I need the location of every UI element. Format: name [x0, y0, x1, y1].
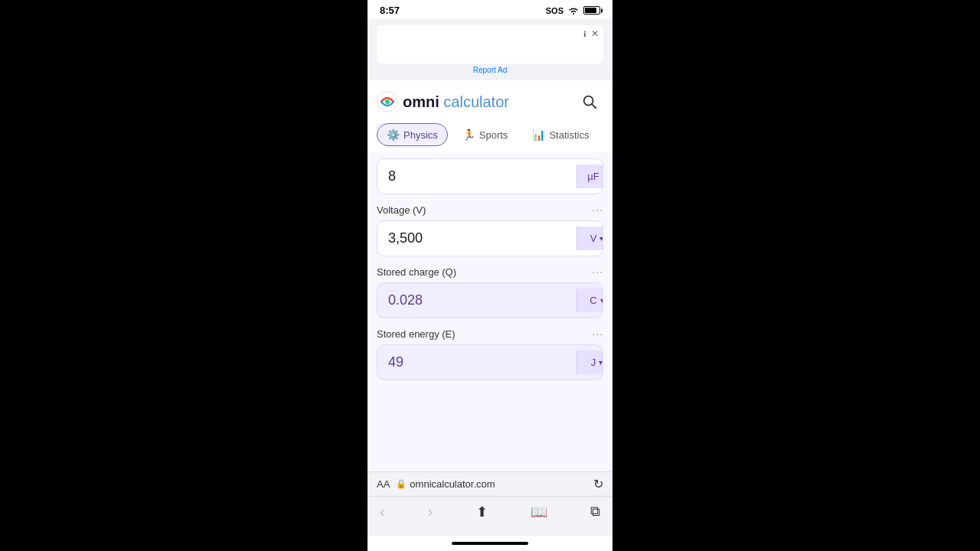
browser-nav: ‹ › ⬆ 📖 ⧉	[368, 496, 612, 536]
logo-text: omni calculator	[403, 93, 509, 111]
field-voltage: Voltage (V) ··· V ▾	[377, 204, 603, 256]
calc-content: µF ▾ Voltage (V) ··· V ▾	[368, 152, 612, 471]
voltage-input-row: V ▾	[377, 220, 603, 256]
tab-sports-label: Sports	[479, 129, 508, 141]
refresh-button[interactable]: ↻	[593, 477, 603, 491]
capacitance-value[interactable]	[377, 159, 577, 194]
calculator-area: omni calculator ⚙️ Physics 🏃 Sports	[368, 80, 612, 471]
voltage-unit-selector[interactable]: V ▾	[577, 227, 603, 250]
charge-label: Stored charge (Q)	[377, 266, 456, 278]
capacitance-unit-selector[interactable]: µF ▾	[577, 165, 603, 188]
calculator-text: calculator	[443, 93, 509, 110]
voltage-label-row: Voltage (V) ···	[377, 204, 603, 216]
report-ad-link[interactable]: Report Ad	[377, 66, 603, 74]
status-indicators: SOS	[546, 6, 600, 15]
energy-label-row: Stored energy (E) ···	[377, 328, 603, 340]
browser-bar: AA 🔒 omnicalculator.com ↻	[368, 471, 612, 496]
energy-input-row: J ▾	[377, 344, 603, 380]
ad-controls: ℹ ✕	[583, 28, 599, 39]
tab-physics[interactable]: ⚙️ Physics	[377, 123, 448, 146]
voltage-label: Voltage (V)	[377, 204, 426, 216]
tab-sports[interactable]: 🏃 Sports	[452, 123, 518, 146]
ad-banner: ℹ ✕	[377, 25, 603, 64]
voltage-more-button[interactable]: ···	[592, 204, 603, 216]
ad-close-icon[interactable]: ✕	[591, 28, 599, 39]
tab-physics-label: Physics	[403, 129, 438, 141]
status-bar: 8:57 SOS	[368, 0, 612, 19]
tabs-button[interactable]: ⧉	[590, 504, 600, 520]
energy-unit-label: J	[591, 357, 596, 368]
ad-area: ℹ ✕ Report Ad	[368, 19, 612, 80]
ad-info-icon[interactable]: ℹ	[583, 30, 586, 38]
charge-chevron-icon: ▾	[600, 296, 603, 305]
charge-unit-selector[interactable]: C ▾	[577, 289, 603, 312]
calc-header: omni calculator	[368, 80, 612, 116]
field-capacitance: µF ▾	[377, 158, 603, 194]
wifi-icon	[567, 6, 580, 15]
energy-unit-selector[interactable]: J ▾	[577, 350, 603, 374]
forward-button[interactable]: ›	[428, 503, 433, 520]
charge-value[interactable]	[377, 283, 577, 318]
physics-icon: ⚙️	[387, 129, 400, 141]
signal-label: SOS	[546, 6, 564, 15]
url-area[interactable]: 🔒 omnicalculator.com	[396, 478, 587, 490]
svg-point-1	[385, 99, 390, 104]
omni-brand-icon	[377, 91, 398, 112]
sports-icon: 🏃	[462, 129, 475, 141]
omni-logo: omni calculator	[377, 91, 509, 112]
charge-unit-label: C	[590, 295, 596, 306]
charge-more-button[interactable]: ···	[592, 266, 603, 278]
text-size-button[interactable]: AA	[377, 478, 390, 490]
lock-icon: 🔒	[396, 479, 407, 489]
search-icon	[581, 93, 598, 110]
capacitance-unit-label: µF	[587, 171, 599, 182]
bookmarks-button[interactable]: 📖	[531, 504, 547, 520]
home-indicator	[368, 536, 612, 551]
capacitance-input-row: µF ▾	[377, 158, 603, 194]
field-stored-charge: Stored charge (Q) ··· C ▾	[377, 266, 603, 318]
svg-line-3	[592, 104, 596, 108]
tab-statistics[interactable]: 📊 Statistics	[522, 123, 599, 146]
omni-bold-text: omni	[403, 93, 439, 110]
share-button[interactable]: ⬆	[476, 504, 488, 520]
voltage-chevron-icon: ▾	[599, 234, 603, 243]
energy-label: Stored energy (E)	[377, 328, 456, 340]
home-bar	[452, 542, 528, 545]
energy-value[interactable]	[377, 345, 577, 380]
time-display: 8:57	[380, 5, 400, 16]
energy-more-button[interactable]: ···	[592, 328, 603, 340]
search-button[interactable]	[576, 88, 603, 116]
voltage-value[interactable]	[377, 221, 577, 256]
nav-tabs: ⚙️ Physics 🏃 Sports 📊 Statistics	[368, 116, 612, 152]
tab-statistics-label: Statistics	[549, 129, 589, 141]
voltage-unit-label: V	[590, 233, 597, 244]
capacitance-chevron-icon: ▾	[603, 172, 603, 181]
charge-label-row: Stored charge (Q) ···	[377, 266, 603, 278]
field-stored-energy: Stored energy (E) ··· J ▾	[377, 328, 603, 380]
energy-chevron-icon: ▾	[599, 358, 603, 367]
phone-frame: 8:57 SOS ℹ ✕ Report Ad	[368, 0, 612, 551]
charge-input-row: C ▾	[377, 282, 603, 318]
url-text: omnicalculator.com	[410, 478, 495, 490]
battery-icon	[583, 6, 600, 15]
back-button[interactable]: ‹	[380, 503, 385, 520]
stats-icon: 📊	[532, 129, 545, 141]
